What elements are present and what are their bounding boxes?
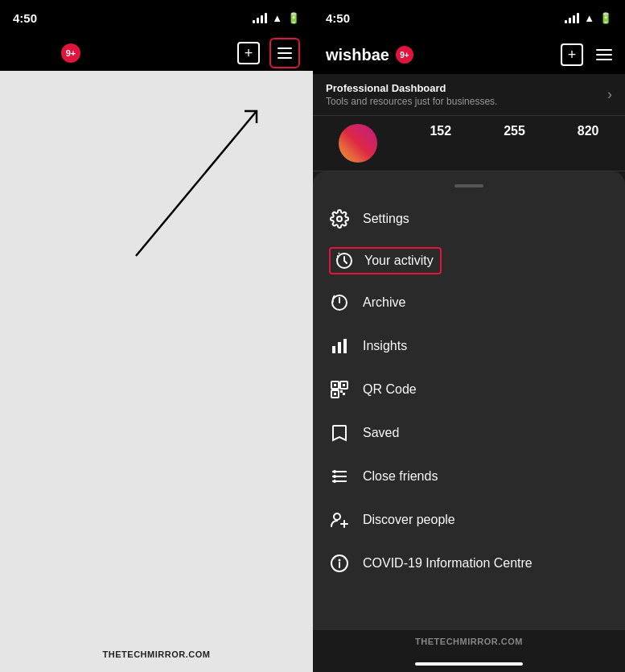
right-battery-icon: 🔋: [599, 12, 612, 24]
menu-item-settings[interactable]: Settings: [313, 197, 625, 241]
add-person-icon: [329, 509, 350, 530]
svg-line-0: [136, 111, 257, 256]
menu-item-qr-code[interactable]: QR Code: [313, 368, 625, 411]
battery-icon: 🔋: [287, 12, 300, 24]
archive-label: Archive: [363, 295, 405, 310]
pro-title: Professional Dashboard: [326, 82, 497, 94]
hamburger-line-2: [278, 52, 292, 54]
h-line-3: [596, 59, 612, 60]
menu-item-close-friends[interactable]: Close friends: [313, 455, 625, 498]
professional-dashboard[interactable]: Professional Dashboard Tools and resourc…: [313, 74, 625, 116]
right-status-bar: 4:50 ▲ 🔋: [313, 0, 625, 35]
signal-icon: [253, 13, 267, 23]
arrow-annotation: [0, 71, 313, 641]
stat-following: 255: [504, 124, 525, 163]
drawer-handle: [454, 184, 483, 188]
right-watermark: THETECHMIRROR.COM: [313, 630, 625, 659]
stat-posts: 820: [578, 124, 599, 163]
svg-rect-5: [338, 342, 341, 353]
menu-item-archive[interactable]: Archive: [313, 281, 625, 324]
right-time: 4:50: [326, 11, 350, 25]
wifi-icon: ▲: [272, 12, 282, 24]
chevron-right-icon: ›: [607, 86, 612, 103]
svg-rect-4: [332, 346, 335, 353]
archive-icon: [329, 292, 350, 313]
covid-label: COVID-19 Information Centre: [363, 556, 532, 571]
left-watermark: THETECHMIRROR.COM: [0, 641, 313, 672]
settings-label: Settings: [363, 212, 409, 226]
hamburger-line-3: [278, 57, 292, 59]
stat-number-3: 820: [578, 124, 599, 138]
saved-label: Saved: [363, 426, 399, 440]
add-post-button[interactable]: +: [237, 42, 260, 64]
svg-rect-10: [334, 384, 336, 386]
profile-actions: +: [561, 43, 612, 66]
qr-code-label: QR Code: [363, 382, 417, 397]
create-button[interactable]: +: [561, 43, 583, 66]
menu-item-saved[interactable]: Saved: [313, 411, 625, 455]
avatar[interactable]: [339, 124, 377, 163]
bar-chart-icon: [329, 336, 350, 357]
h-line-1: [596, 49, 612, 51]
svg-point-18: [333, 475, 336, 478]
activity-icon: [334, 250, 355, 271]
profile-notification-badge[interactable]: 9+: [396, 46, 413, 64]
notification-badge[interactable]: 9+: [61, 43, 80, 63]
pro-subtitle: Tools and resources just for businesses.: [326, 96, 497, 107]
left-status-bar: 4:50 ▲ 🔋: [0, 0, 313, 35]
gear-icon: [329, 208, 350, 229]
left-top-bar: 9+ +: [0, 35, 313, 71]
svg-rect-14: [340, 390, 343, 393]
bookmark-icon: [329, 423, 350, 443]
discover-people-label: Discover people: [363, 513, 455, 527]
svg-point-20: [333, 480, 336, 483]
home-indicator: [415, 662, 523, 666]
svg-rect-6: [343, 339, 347, 353]
right-panel: 4:50 ▲ 🔋 wishbae 9+ +: [313, 0, 625, 672]
menu-button[interactable]: [269, 38, 300, 68]
insights-label: Insights: [363, 339, 407, 353]
menu-item-covid[interactable]: COVID-19 Information Centre: [313, 542, 625, 585]
svg-point-21: [334, 513, 340, 520]
right-status-icons: ▲ 🔋: [565, 12, 612, 24]
stat-number-1: 152: [430, 124, 451, 138]
stat-followers: 152: [430, 124, 451, 163]
left-time: 4:50: [13, 11, 37, 25]
svg-point-1: [337, 216, 342, 221]
stats-bar: 152 255 820: [313, 116, 625, 171]
svg-rect-13: [343, 393, 345, 395]
svg-point-16: [333, 470, 336, 473]
info-circle-icon: [329, 553, 350, 574]
right-footer: THETECHMIRROR.COM: [313, 630, 625, 672]
username-area: wishbae 9+: [326, 46, 413, 64]
left-status-icons: ▲ 🔋: [253, 12, 300, 24]
svg-point-25: [339, 559, 341, 562]
pro-text: Professional Dashboard Tools and resourc…: [326, 82, 497, 107]
username: wishbae: [326, 46, 389, 64]
h-line-2: [596, 54, 612, 56]
stat-number-2: 255: [504, 124, 525, 138]
hamburger-line-1: [278, 47, 292, 49]
close-friends-icon: [329, 466, 350, 487]
left-panel: 4:50 ▲ 🔋 9+ + TH: [0, 0, 313, 672]
qr-code-icon: [329, 379, 350, 400]
menu-item-your-activity[interactable]: Your activity: [313, 241, 625, 281]
svg-rect-11: [343, 384, 345, 386]
menu-item-discover-people[interactable]: Discover people: [313, 498, 625, 542]
svg-rect-12: [334, 393, 336, 395]
menu-drawer: Settings Your activity: [313, 171, 625, 630]
your-activity-highlight: Your activity: [329, 247, 442, 274]
close-friends-label: Close friends: [363, 469, 438, 484]
your-activity-label: Your activity: [364, 254, 434, 268]
arrow-icon: [120, 95, 281, 272]
profile-header: wishbae 9+ +: [313, 35, 625, 74]
right-signal-icon: [565, 13, 579, 23]
menu-item-insights[interactable]: Insights: [313, 324, 625, 368]
profile-menu-button[interactable]: [596, 49, 612, 60]
right-wifi-icon: ▲: [584, 12, 594, 24]
